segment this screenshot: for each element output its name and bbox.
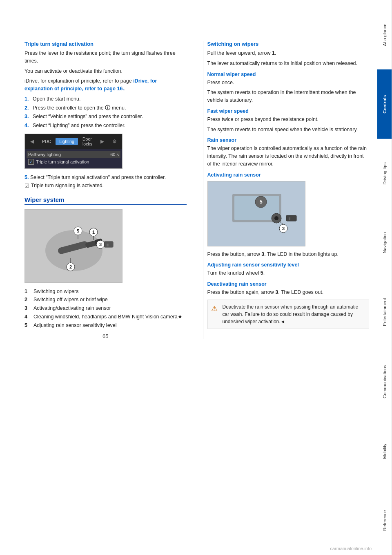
idrive-tab-lighting[interactable]: Lighting — [56, 138, 78, 145]
triple-turn-para1: Press the lever to the resistance point;… — [24, 49, 187, 65]
step-1: 1.Open the start menu. — [24, 95, 187, 103]
svg-text:2: 2 — [69, 264, 72, 269]
triple-turn-para3: iDrive, for explanation of principle, re… — [24, 77, 187, 93]
switching-on-para1: Pull the lever upward, arrow 1. — [207, 49, 370, 57]
wiper-system-section: Wiper system — [24, 196, 187, 329]
step-2: 2.Press the controller to open the ⓘ men… — [24, 104, 187, 112]
step-3: 3.Select “Vehicle settings” and press th… — [24, 113, 187, 121]
right-column: Switching on wipers Pull the lever upwar… — [203, 41, 370, 339]
rain-sensor-section: Rain sensor The wiper operation is contr… — [207, 137, 370, 168]
adjusting-para1: Turn the knurled wheel 5. — [207, 269, 370, 277]
sidebar-tab-driving-tips[interactable]: Driving tips — [377, 139, 392, 208]
page-ref[interactable]: iDrive, for explanation of principle, re… — [24, 78, 157, 92]
activating-para1: Press the button, arrow 3. The LED in th… — [207, 251, 370, 258]
svg-text:5: 5 — [259, 199, 262, 205]
wiper-section-title: Wiper system — [24, 196, 187, 205]
rain-sensor-image: 5 3 ||| — [207, 181, 305, 246]
idrive-tabs: ◀ PDC Lighting Door locks ▶ ⚙ — [25, 134, 122, 149]
normal-speed-para1: Press once. — [207, 79, 370, 87]
step-5: 5. Select "Triple turn signal activation… — [24, 174, 187, 181]
fast-speed-para1: Press twice or press beyond the resistan… — [207, 116, 370, 123]
normal-speed-title: Normal wiper speed — [207, 72, 370, 77]
sidebar: At a glance Controls Driving tips Naviga… — [377, 0, 392, 555]
svg-text:5: 5 — [77, 228, 79, 233]
adjusting-section: Adjusting rain sensor sensitivity level … — [207, 262, 370, 277]
wiper-item-3: 3 Activating/deactivating rain sensor — [24, 304, 187, 312]
rain-sensor-title: Rain sensor — [207, 137, 370, 143]
rain-sensor-diagram-svg: 5 3 ||| — [208, 181, 305, 246]
sidebar-tab-reference[interactable]: Reference — [377, 486, 392, 555]
activating-section: Activating rain sensor 5 — [207, 172, 370, 258]
normal-speed-para2: The system reverts to operation in the i… — [207, 89, 370, 104]
warning-text: Deactivate the rain sensor when passing … — [223, 303, 366, 325]
left-column: Triple turn signal activation Press the … — [24, 41, 191, 339]
svg-text:3: 3 — [282, 226, 284, 231]
triple-turn-para2: You can activate or deactivate this func… — [24, 67, 187, 75]
svg-text:|||: ||| — [289, 217, 291, 220]
idrive-row-pathway: Pathway lighting 60 s — [27, 151, 120, 158]
page-number: 65 — [24, 333, 187, 339]
idrive-left-arrow: ◀ — [27, 137, 38, 145]
svg-text:|||: ||| — [107, 243, 109, 246]
svg-text:1: 1 — [92, 230, 95, 235]
triple-turn-title: Triple turn signal activation — [24, 41, 187, 47]
watermark: carmanualonline.info — [330, 546, 372, 551]
switching-on-para2: The lever automatically returns to its i… — [207, 60, 370, 67]
sidebar-tab-at-a-glance[interactable]: At a glance — [377, 0, 392, 69]
svg-rect-30 — [286, 215, 296, 221]
wiper-item-2: 2 Switching off wipers or brief wipe — [24, 296, 187, 304]
rain-sensor-para1: The wiper operation is controlled automa… — [207, 145, 370, 168]
sidebar-tab-controls[interactable]: Controls — [377, 69, 392, 139]
idrive-screen: ◀ PDC Lighting Door locks ▶ ⚙ Pathway li… — [24, 134, 122, 169]
triple-turn-steps: 1.Open the start menu. 2.Press the contr… — [24, 95, 187, 130]
deactivating-section: Deactivating rain sensor Press the butto… — [207, 281, 370, 296]
adjusting-title: Adjusting rain sensor sensitivity level — [207, 262, 370, 268]
svg-point-26 — [274, 216, 278, 220]
deactivating-title: Deactivating rain sensor — [207, 281, 370, 287]
activating-title: Activating rain sensor — [207, 172, 370, 178]
activation-confirmation: ☑ Triple turn signaling is activated. — [24, 183, 187, 189]
fast-speed-title: Fast wiper speed — [207, 108, 370, 114]
warning-box: ⚠ Deactivate the rain sensor when passin… — [207, 300, 370, 329]
idrive-checkbox[interactable]: ✓ — [28, 159, 34, 165]
sidebar-tab-entertainment[interactable]: Entertainment — [377, 278, 392, 347]
two-col-layout: Triple turn signal activation Press the … — [24, 41, 369, 339]
wiper-image: 1 3 ||| 2 — [24, 209, 122, 283]
page-container: Triple turn signal activation Press the … — [0, 0, 392, 555]
idrive-tab-pdc[interactable]: PDC — [38, 138, 55, 145]
warning-icon: ⚠ — [211, 303, 219, 325]
normal-speed-section: Normal wiper speed Press once. The syste… — [207, 72, 370, 104]
wiper-image-inner: 1 3 ||| 2 — [25, 210, 122, 282]
idrive-row-triple: ✓ Triple turn signal activation — [28, 158, 119, 166]
triple-turn-section: Triple turn signal activation Press the … — [24, 41, 187, 189]
deactivating-para1: Press the button again, arrow 3. The LED… — [207, 289, 370, 296]
wiper-item-4: 4 Cleaning windshield, headlamps and BMW… — [24, 313, 187, 321]
sidebar-tab-communications[interactable]: Communications — [377, 347, 392, 416]
fast-speed-para2: The system reverts to normal speed when … — [207, 126, 370, 134]
svg-text:3: 3 — [99, 242, 102, 247]
switching-on-title: Switching on wipers — [207, 41, 370, 47]
idrive-right-arrow: ▶ — [97, 137, 108, 145]
wiper-item-5: 5 Adjusting rain sensor sensitivity leve… — [24, 322, 187, 329]
idrive-body: Pathway lighting 60 s ✓ Triple turn sign… — [25, 149, 122, 168]
wiper-items-list: 1 Switching on wipers 2 Switching off wi… — [24, 288, 187, 329]
wiper-item-1: 1 Switching on wipers — [24, 288, 187, 295]
sidebar-tab-mobility[interactable]: Mobility — [377, 416, 392, 486]
idrive-tab-doorlocks[interactable]: Door locks — [79, 135, 96, 148]
wiper-diagram-svg: 1 3 ||| 2 — [25, 210, 122, 283]
sidebar-tab-navigation[interactable]: Navigation — [377, 208, 392, 278]
rain-sensor-image-inner: 5 3 ||| — [208, 181, 305, 246]
step-4: 4.Select “Lighting” and press the contro… — [24, 122, 187, 130]
idrive-settings-icon: ⚙ — [109, 137, 120, 145]
main-content: Triple turn signal activation Press the … — [0, 0, 377, 555]
switching-on-section: Switching on wipers Pull the lever upwar… — [207, 41, 370, 67]
fast-speed-section: Fast wiper speed Press twice or press be… — [207, 108, 370, 134]
